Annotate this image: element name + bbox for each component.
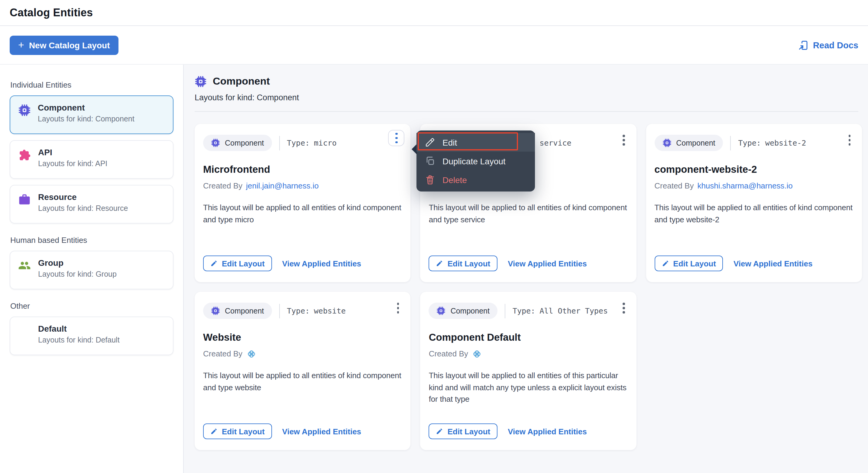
kind-badge: Component <box>203 303 272 319</box>
edit-layout-button[interactable]: Edit Layout <box>654 256 723 271</box>
view-applied-entities-link[interactable]: View Applied Entities <box>282 259 362 268</box>
layout-description: This layout will be applied to all entit… <box>429 370 628 405</box>
sidebar-item-component[interactable]: Component Layouts for kind: Component <box>10 96 174 134</box>
component-chip-icon <box>211 306 220 315</box>
kebab-icon <box>623 135 625 145</box>
group-people-icon <box>18 259 31 272</box>
kebab-icon <box>397 303 399 313</box>
kind-heading: Component <box>213 75 270 88</box>
type-label: Type:All Other Types <box>513 306 608 315</box>
kind-badge: Component <box>654 135 723 151</box>
component-chip-icon <box>211 138 220 147</box>
sidebar-item-group[interactable]: Group Layouts for kind: Group <box>10 251 174 290</box>
kind-badge-label: Component <box>451 307 490 315</box>
read-docs-label: Read Docs <box>813 40 858 50</box>
kebab-icon <box>623 303 625 313</box>
kind-badge-label: Component <box>225 139 264 147</box>
sidebar-item-api[interactable]: API Layouts for kind: API <box>10 140 174 179</box>
section-label-human-based-entities: Human based Entities <box>10 236 174 245</box>
kind-badge-label: Component <box>225 307 264 315</box>
sidebar-item-title: Default <box>38 325 120 334</box>
card-menu-button[interactable] <box>621 133 626 147</box>
layout-description: This layout will be applied to all entit… <box>654 202 854 225</box>
sidebar-item-title: Component <box>38 103 134 112</box>
edit-layout-button[interactable]: Edit Layout <box>203 424 272 439</box>
component-chip-icon <box>195 75 207 88</box>
layouts-panel: Component Layouts for kind: Component Co… <box>184 65 868 473</box>
sidebar-item-resource[interactable]: Resource Layouts for kind: Resource <box>10 185 174 224</box>
sidebar-item-subtitle: Layouts for kind: Default <box>38 337 120 345</box>
pencil-icon <box>436 260 443 267</box>
new-catalog-layout-button[interactable]: + New Catalog Layout <box>10 35 118 55</box>
duplicate-copy-icon <box>425 156 435 166</box>
layout-title: component-website-2 <box>654 164 854 176</box>
content-area: Individual Entities Component Layouts fo… <box>0 65 868 473</box>
pencil-icon <box>661 260 669 267</box>
sidebar-item-subtitle: Layouts for kind: Component <box>38 115 134 124</box>
kebab-icon <box>848 135 850 145</box>
context-menu-item-duplicate-layout[interactable]: Duplicate Layout <box>416 151 535 170</box>
layout-card-component-default: Component Type:All Other Types Component… <box>421 292 637 450</box>
layout-card-component-website-2: Component Type:website-2 component-websi… <box>646 124 862 282</box>
created-by-link[interactable]: jenil.jain@harness.io <box>246 181 318 190</box>
pencil-icon <box>436 428 443 435</box>
edit-layout-button[interactable]: Edit Layout <box>203 256 272 271</box>
layout-title: Website <box>203 332 402 344</box>
layout-description: This layout will be applied to all entit… <box>429 202 628 225</box>
card-menu-button-active[interactable] <box>389 130 405 146</box>
layout-card-website: Component Type:website Website Created B… <box>195 292 411 450</box>
external-doc-icon <box>798 40 809 50</box>
edit-layout-button[interactable]: Edit Layout <box>429 424 498 439</box>
entity-kinds-sidebar: Individual Entities Component Layouts fo… <box>0 65 184 473</box>
pencil-icon <box>210 428 218 435</box>
badge-divider <box>731 136 731 150</box>
sidebar-item-default[interactable]: Default Layouts for kind: Default <box>10 316 174 355</box>
layout-description: This layout will be applied to all entit… <box>203 370 402 393</box>
context-menu-item-edit[interactable]: Edit <box>416 133 535 151</box>
created-by-link[interactable]: khushi.sharma@harness.io <box>697 181 793 190</box>
kind-subheading: Layouts for kind: Component <box>195 93 862 102</box>
new-catalog-layout-label: New Catalog Layout <box>29 40 110 50</box>
card-menu-button[interactable] <box>846 133 852 147</box>
api-puzzle-icon <box>18 148 31 161</box>
view-applied-entities-link[interactable]: View Applied Entities <box>734 259 813 268</box>
context-menu-item-delete[interactable]: Delete <box>416 170 535 189</box>
read-docs-link[interactable]: Read Docs <box>798 40 858 50</box>
card-context-menu: Edit Duplicate Layout Delete <box>416 131 535 192</box>
layout-card-microfrontend: Component Type:micro Microfrontend Creat… <box>195 124 411 282</box>
component-chip-icon <box>437 306 446 315</box>
type-label: Type:website-2 <box>738 138 806 147</box>
type-label: Type:micro <box>287 138 337 147</box>
sidebar-item-title: API <box>38 148 107 157</box>
catalog-entities-page: Catalog Entities + New Catalog Layout Re… <box>0 0 868 473</box>
header-divider <box>195 111 858 112</box>
trash-icon <box>425 175 435 185</box>
created-by-row: Created By jenil.jain@harness.io <box>203 180 402 192</box>
created-by-row: Created By khushi.sharma@harness.io <box>654 180 854 192</box>
harness-logo-icon <box>246 348 257 359</box>
default-layout-icon <box>18 325 31 338</box>
view-applied-entities-link[interactable]: View Applied Entities <box>508 259 587 268</box>
sidebar-item-subtitle: Layouts for kind: API <box>38 160 107 169</box>
edit-layout-button[interactable]: Edit Layout <box>429 256 498 271</box>
kind-badge: Component <box>429 303 497 319</box>
badge-divider <box>279 136 280 150</box>
page-title: Catalog Entities <box>10 6 93 19</box>
card-menu-button[interactable] <box>395 301 401 315</box>
card-menu-button[interactable] <box>621 301 626 315</box>
harness-logo-icon <box>472 348 483 359</box>
created-by-row: Created By <box>429 348 628 360</box>
toolbar: + New Catalog Layout Read Docs <box>0 26 868 65</box>
layout-title: Microfrontend <box>203 164 402 176</box>
view-applied-entities-link[interactable]: View Applied Entities <box>282 427 362 436</box>
section-label-individual-entities: Individual Entities <box>10 80 174 90</box>
section-label-other: Other <box>10 301 174 310</box>
kebab-icon <box>395 133 397 143</box>
view-applied-entities-link[interactable]: View Applied Entities <box>508 427 587 436</box>
resource-bag-icon <box>18 193 31 206</box>
badge-divider <box>279 304 280 318</box>
type-label: Type:website <box>287 306 346 315</box>
sidebar-item-title: Resource <box>38 193 128 202</box>
sidebar-item-subtitle: Layouts for kind: Resource <box>38 205 128 213</box>
component-chip-icon <box>662 138 671 147</box>
